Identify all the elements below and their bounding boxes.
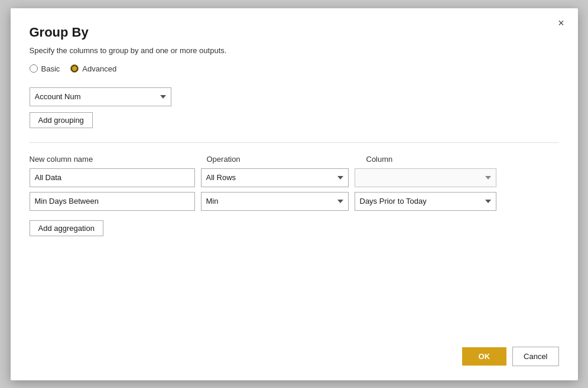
- dialog-subtitle: Specify the columns to group by and one …: [30, 46, 559, 55]
- aggregation-section: New column name Operation Column All Row…: [30, 155, 559, 335]
- grouping-column-select[interactable]: Account Num: [30, 87, 171, 106]
- radio-basic[interactable]: [30, 64, 38, 73]
- agg-headers: New column name Operation Column: [30, 155, 559, 164]
- agg-row2-column-select[interactable]: Days Prior to Today Account Num: [355, 192, 496, 211]
- radio-basic-label[interactable]: Basic: [30, 64, 60, 73]
- ok-button[interactable]: OK: [462, 347, 507, 366]
- mode-radio-group: Basic Advanced: [30, 64, 559, 73]
- dialog-footer: OK Cancel: [30, 335, 559, 366]
- agg-row-1: All Rows Min Max Sum Average Count Count…: [30, 168, 559, 187]
- agg-row-2: All Rows Min Max Sum Average Count Count…: [30, 192, 559, 211]
- agg-row2-name-input[interactable]: [30, 192, 195, 211]
- basic-label: Basic: [41, 64, 60, 73]
- radio-advanced-label[interactable]: Advanced: [70, 64, 116, 73]
- cancel-button[interactable]: Cancel: [512, 347, 558, 366]
- close-icon: ×: [558, 17, 564, 30]
- close-button[interactable]: ×: [554, 17, 568, 31]
- col-name-header: New column name: [30, 155, 201, 164]
- grouping-section: Account Num Add grouping: [30, 87, 559, 128]
- agg-row1-operation-select[interactable]: All Rows Min Max Sum Average Count Count…: [201, 168, 349, 187]
- add-grouping-button[interactable]: Add grouping: [30, 112, 93, 128]
- col-col-header: Column: [366, 155, 508, 164]
- advanced-label: Advanced: [82, 64, 116, 73]
- col-op-header: Operation: [207, 155, 360, 164]
- dialog-title: Group By: [30, 25, 559, 40]
- radio-advanced[interactable]: [70, 64, 79, 73]
- agg-row2-operation-select[interactable]: All Rows Min Max Sum Average Count Count…: [201, 192, 349, 211]
- section-divider: [30, 142, 559, 143]
- agg-row1-name-input[interactable]: [30, 168, 195, 187]
- add-aggregation-button[interactable]: Add aggregation: [30, 220, 103, 236]
- agg-row1-column-select[interactable]: [355, 168, 496, 187]
- group-by-dialog: × Group By Specify the columns to group …: [11, 8, 578, 380]
